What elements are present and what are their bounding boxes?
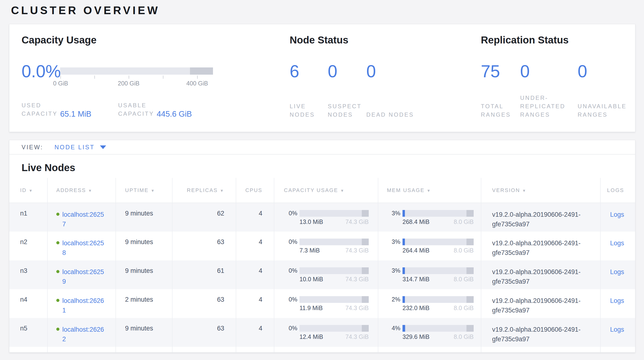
capacity-usage-bar bbox=[300, 296, 369, 303]
memory-percent: 2% bbox=[387, 296, 400, 303]
memory-total-value: 8.0 GiB bbox=[454, 305, 474, 311]
node-replicas: 63 bbox=[172, 232, 236, 260]
column-header-uptime[interactable]: UPTIME▼ bbox=[116, 178, 172, 203]
logs-link[interactable]: Logs bbox=[610, 297, 624, 304]
view-bar: VIEW: NODE LIST bbox=[9, 140, 635, 154]
bar-reserved-segment bbox=[466, 267, 474, 274]
node-memory-cell: 3% 264.4 MiB8.0 GiB bbox=[378, 232, 481, 260]
capacity-used-value: 12.4 MiB bbox=[300, 333, 323, 340]
capacity-usage-bar bbox=[300, 325, 369, 332]
node-id: n2 bbox=[9, 232, 48, 260]
capacity-usage-bar bbox=[300, 210, 369, 217]
bar-reserved-segment bbox=[362, 267, 369, 274]
empty-cell bbox=[274, 347, 378, 352]
replication-status-section: Replication Status 75 0 0 TOTAL RANGES U… bbox=[481, 24, 636, 132]
column-header-mem-usage[interactable]: MEM USAGE▼ bbox=[378, 178, 481, 203]
table-header-row: ID▼ ADDRESS▼ UPTIME▼ REPLICAS▼ CPUS CAPA… bbox=[9, 178, 636, 203]
mem-usage-bar bbox=[402, 210, 474, 217]
used-capacity-stat: USED CAPACITY 65.1 MiB bbox=[22, 101, 118, 118]
node-address-link[interactable]: localhost:26262 bbox=[62, 325, 105, 344]
column-header-address[interactable]: ADDRESS▼ bbox=[48, 178, 116, 203]
capacity-percent: 0% bbox=[284, 325, 297, 332]
mem-usage-bar bbox=[402, 325, 474, 332]
capacity-usage-title: Capacity Usage bbox=[22, 34, 96, 46]
capacity-usage-bar bbox=[300, 239, 369, 245]
node-address-link[interactable]: localhost:26257 bbox=[62, 210, 105, 229]
memory-percent: 3% bbox=[387, 267, 400, 274]
column-header-logs: LOGS bbox=[600, 178, 636, 203]
axis-tick-label: 400 GiB bbox=[186, 80, 208, 87]
memory-used-value: 329.6 MiB bbox=[402, 333, 430, 340]
column-header-capacity-usage[interactable]: CAPACITY USAGE▼ bbox=[274, 178, 378, 203]
node-logs-cell: Logs bbox=[600, 203, 636, 232]
logs-link[interactable]: Logs bbox=[610, 211, 624, 218]
mem-usage-bar bbox=[402, 239, 474, 245]
node-version: v19.2.0-alpha.20190606-2491-gfe735c9a97 bbox=[481, 318, 600, 347]
node-version: v19.2.0-alpha.20190606-2491-gfe735c9a97 bbox=[481, 260, 600, 289]
memory-percent: 4% bbox=[387, 325, 400, 332]
axis-tick bbox=[163, 76, 164, 79]
empty-cell bbox=[378, 347, 481, 352]
sort-desc-icon: ▼ bbox=[340, 189, 344, 193]
memory-total-value: 8.0 GiB bbox=[454, 218, 474, 225]
node-address-link[interactable]: localhost:26258 bbox=[62, 238, 105, 258]
logs-link[interactable]: Logs bbox=[610, 240, 624, 247]
bar-reserved-segment bbox=[362, 325, 369, 332]
capacity-used-value: 10.0 MiB bbox=[300, 276, 323, 283]
node-logs-cell: Logs bbox=[600, 318, 636, 347]
node-logs-cell: Logs bbox=[600, 260, 636, 289]
usable-capacity-stat: USABLE CAPACITY 445.6 GiB bbox=[118, 101, 192, 118]
node-version: v19.2.0-alpha.20190606-2491-gfe735c9a97 bbox=[481, 232, 600, 260]
table-row: n5 localhost:26262 9 minutes 63 4 0% 12.… bbox=[9, 318, 636, 347]
axis-tick bbox=[197, 76, 198, 79]
node-address-cell: localhost:26262 bbox=[48, 318, 116, 347]
sort-desc-icon: ▼ bbox=[88, 189, 92, 193]
capacity-used-value: 11.9 MiB bbox=[300, 305, 323, 311]
node-version: v19.2.0-alpha.20190606-2491-gfe735c9a97 bbox=[481, 289, 600, 318]
node-uptime: 9 minutes bbox=[116, 232, 172, 260]
replication-status-title: Replication Status bbox=[481, 34, 568, 46]
node-memory-cell: 3% 268.4 MiB8.0 GiB bbox=[378, 203, 481, 232]
node-address-cell: localhost:26259 bbox=[48, 260, 116, 289]
logs-link[interactable]: Logs bbox=[610, 326, 624, 333]
node-address-link[interactable]: localhost:26259 bbox=[62, 267, 105, 286]
node-live-dot-icon bbox=[56, 270, 60, 273]
node-version: v19.2.0-alpha.20190606-2491-gfe735c9a97 bbox=[481, 203, 600, 232]
column-header-replicas[interactable]: REPLICAS▼ bbox=[172, 178, 236, 203]
node-replicas: 63 bbox=[172, 289, 236, 318]
bar-fill bbox=[402, 296, 405, 303]
node-cpus: 4 bbox=[236, 203, 274, 232]
sort-desc-icon: ▼ bbox=[522, 189, 526, 193]
bar-reserved-segment bbox=[466, 239, 474, 245]
memory-used-value: 264.4 MiB bbox=[402, 247, 430, 254]
table-row: n1 localhost:26257 9 minutes 62 4 0% 13.… bbox=[9, 203, 636, 232]
node-cpus: 4 bbox=[236, 318, 274, 347]
capacity-usage-chart: 0 GiB 200 GiB 400 GiB bbox=[60, 67, 213, 75]
capacity-percent: 0% bbox=[284, 296, 297, 303]
used-capacity-label: USED CAPACITY bbox=[22, 101, 60, 118]
node-replicas: 61 bbox=[172, 260, 236, 289]
node-replicas: 62 bbox=[172, 203, 236, 232]
node-logs-cell: Logs bbox=[600, 289, 636, 318]
view-dropdown[interactable]: NODE LIST bbox=[54, 144, 106, 151]
capacity-bar bbox=[60, 67, 213, 75]
capacity-percent: 0% bbox=[284, 238, 297, 245]
dead-nodes-label: DEAD NODES bbox=[366, 110, 418, 119]
logs-link[interactable]: Logs bbox=[610, 268, 624, 276]
node-address-link[interactable]: localhost:26261 bbox=[62, 296, 105, 315]
column-header-id[interactable]: ID▼ bbox=[9, 178, 48, 203]
capacity-percent: 0% bbox=[284, 210, 297, 217]
node-memory-cell: 2% 232.0 MiB8.0 GiB bbox=[378, 289, 481, 318]
table-row: n4 localhost:26261 2 minutes 63 4 0% 11.… bbox=[9, 289, 636, 318]
sort-desc-icon: ▼ bbox=[427, 189, 431, 193]
bar-reserved-segment bbox=[362, 239, 369, 245]
used-capacity-value: 65.1 MiB bbox=[60, 109, 91, 119]
memory-used-value: 314.7 MiB bbox=[402, 276, 430, 283]
node-status-title: Node Status bbox=[290, 34, 348, 46]
node-uptime: 9 minutes bbox=[116, 318, 172, 347]
column-header-version[interactable]: VERSION▼ bbox=[481, 178, 600, 203]
memory-percent: 3% bbox=[387, 210, 400, 217]
node-live-dot-icon bbox=[56, 299, 60, 302]
live-nodes-label: LIVE NODES bbox=[290, 102, 328, 119]
table-row: n2 localhost:26258 9 minutes 63 4 0% 7.3… bbox=[9, 232, 636, 260]
